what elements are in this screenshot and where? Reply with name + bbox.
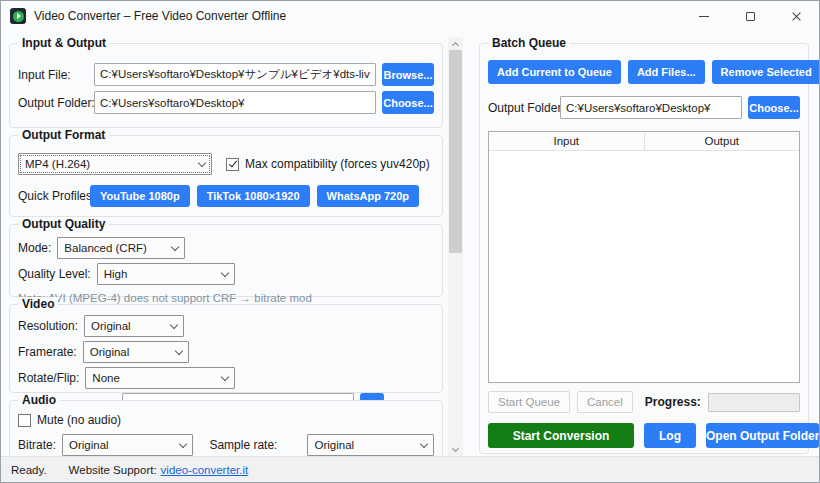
maximize-button[interactable] — [727, 1, 773, 31]
chevron-down-icon — [170, 320, 178, 328]
input-file-label: Input File: — [18, 68, 94, 82]
format-select[interactable]: MP4 (H.264) — [18, 153, 212, 175]
bitrate-value: Original — [69, 439, 109, 451]
section-title-video: Video — [18, 297, 58, 311]
app-window: Video Converter – Free Video Converter O… — [0, 0, 820, 483]
queue-table[interactable]: Input Output — [488, 131, 800, 383]
close-button[interactable] — [773, 1, 819, 31]
checkbox-unchecked-icon — [18, 414, 31, 427]
browse-input-button[interactable]: Browse... — [382, 63, 434, 86]
mode-label: Mode: — [18, 241, 51, 255]
section-title-audio: Audio — [18, 393, 60, 407]
chevron-down-icon — [220, 268, 228, 276]
profile-youtube-button[interactable]: YouTube 1080p — [90, 185, 190, 207]
input-output-section: Input & Output Input File: Browse... Out… — [9, 43, 443, 128]
output-folder-field[interactable] — [94, 91, 376, 114]
chevron-down-icon — [171, 242, 179, 250]
output-quality-section: Output Quality Mode: Balanced (CRF) Qual… — [9, 224, 443, 297]
resolution-value: Original — [91, 320, 131, 332]
close-icon — [791, 11, 802, 22]
output-format-section: Output Format MP4 (H.264) Max compatibil… — [9, 135, 443, 217]
scroll-up-icon[interactable] — [448, 37, 463, 51]
audio-section: Audio Mute (no audio) Bitrate: Original … — [9, 400, 443, 457]
choose-output-button[interactable]: Choose... — [382, 91, 434, 114]
queue-column-input[interactable]: Input — [489, 132, 645, 150]
chevron-down-icon — [221, 372, 229, 380]
start-conversion-button[interactable]: Start Conversion — [488, 423, 634, 448]
title-bar: Video Converter – Free Video Converter O… — [1, 1, 819, 31]
profile-whatsapp-button[interactable]: WhatsApp 720p — [317, 185, 420, 207]
open-output-folder-button[interactable]: Open Output Folder — [706, 423, 819, 448]
queue-table-body[interactable] — [489, 151, 799, 382]
support-label: Website Support: — [69, 464, 157, 476]
chevron-down-icon — [174, 346, 182, 354]
cancel-button[interactable]: Cancel — [577, 391, 633, 413]
start-queue-button[interactable]: Start Queue — [488, 391, 570, 413]
sample-rate-select[interactable]: Original — [307, 434, 434, 456]
queue-column-output[interactable]: Output — [645, 132, 800, 150]
window-title: Video Converter – Free Video Converter O… — [34, 9, 286, 23]
rotate-flip-select[interactable]: None — [85, 367, 235, 389]
settings-scrollbar[interactable] — [448, 37, 463, 457]
video-section: Video Resolution: Original Framerate: Or… — [9, 304, 443, 393]
framerate-label: Framerate: — [18, 345, 77, 359]
section-title-output-format: Output Format — [18, 128, 109, 142]
quality-level-value: High — [104, 268, 128, 280]
chevron-down-icon — [198, 158, 206, 166]
remove-selected-button[interactable]: Remove Selected — [712, 60, 820, 84]
batch-output-folder-label: Output Folder: — [488, 101, 560, 115]
resolution-label: Resolution: — [18, 319, 78, 333]
mute-checkbox[interactable]: Mute (no audio) — [18, 413, 434, 427]
minimize-icon — [699, 16, 709, 17]
batch-queue-section: Batch Queue Add Current to Queue Add Fil… — [479, 43, 809, 454]
status-bar: Ready. Website Support: video-converter.… — [1, 456, 819, 482]
section-title-batch-queue: Batch Queue — [488, 36, 570, 50]
support-link[interactable]: video-converter.it — [161, 464, 249, 476]
add-files-button[interactable]: Add Files... — [628, 60, 705, 84]
queue-table-header: Input Output — [489, 132, 799, 151]
settings-panel: Input & Output Input File: Browse... Out… — [9, 37, 443, 457]
output-folder-label: Output Folder: — [18, 96, 94, 110]
maximize-icon — [746, 12, 755, 21]
framerate-select[interactable]: Original — [83, 341, 189, 363]
app-logo-icon — [10, 8, 26, 24]
progress-bar — [708, 393, 800, 412]
sample-rate-value: Original — [314, 439, 354, 451]
max-compat-label: Max compatibility (forces yuv420p) — [245, 157, 430, 171]
chevron-down-icon — [179, 439, 187, 447]
section-title-output-quality: Output Quality — [18, 217, 109, 231]
progress-label: Progress: — [645, 395, 701, 409]
quality-level-label: Quality Level: — [18, 267, 91, 281]
batch-output-folder-field[interactable] — [560, 96, 742, 119]
chevron-down-icon — [420, 439, 428, 447]
rotate-flip-label: Rotate/Flip: — [18, 371, 79, 385]
framerate-value: Original — [90, 346, 130, 358]
input-file-field[interactable] — [94, 63, 376, 86]
scroll-down-icon[interactable] — [448, 443, 463, 457]
section-title-input-output: Input & Output — [18, 37, 110, 50]
crf-note: Note: AVI (MPEG-4) does not support CRF … — [18, 292, 434, 304]
add-current-to-queue-button[interactable]: Add Current to Queue — [488, 60, 621, 84]
quick-profiles-label: Quick Profiles: — [18, 189, 90, 203]
batch-choose-folder-button[interactable]: Choose... — [748, 96, 800, 119]
resolution-select[interactable]: Original — [84, 315, 184, 337]
checkbox-checked-icon — [226, 158, 239, 171]
mute-label: Mute (no audio) — [37, 413, 121, 427]
scrollbar-thumb[interactable] — [449, 50, 462, 253]
format-select-value: MP4 (H.264) — [25, 158, 90, 170]
rotate-flip-value: None — [92, 372, 120, 384]
log-button[interactable]: Log — [644, 423, 696, 448]
bitrate-select[interactable]: Original — [62, 434, 193, 456]
max-compat-checkbox[interactable]: Max compatibility (forces yuv420p) — [226, 157, 430, 171]
status-text: Ready. — [11, 464, 47, 476]
quality-level-select[interactable]: High — [97, 263, 235, 285]
sample-rate-label: Sample rate: — [209, 438, 277, 452]
bitrate-label: Bitrate: — [18, 438, 56, 452]
mode-select-value: Balanced (CRF) — [64, 242, 146, 254]
minimize-button[interactable] — [681, 1, 727, 31]
profile-tiktok-button[interactable]: TikTok 1080×1920 — [197, 185, 310, 207]
mode-select[interactable]: Balanced (CRF) — [57, 237, 185, 259]
